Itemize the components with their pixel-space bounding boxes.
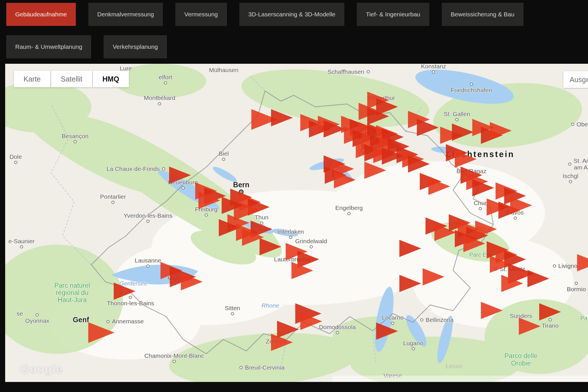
- map-marker[interactable]: [472, 179, 494, 196]
- city-dot-icon: [36, 313, 39, 316]
- map-label-st-gallen: St. Gallen: [444, 111, 470, 122]
- map-label-text: Bellinzona: [426, 316, 454, 323]
- map-marker[interactable]: [539, 303, 561, 320]
- city-dot-icon: [367, 70, 370, 73]
- map-marker[interactable]: [334, 171, 356, 188]
- city-dot-icon: [164, 81, 167, 84]
- map-label-la-chaux-de-fonds: La Chaux-de-Fonds: [107, 165, 166, 172]
- city-dot-icon: [470, 83, 473, 86]
- map-label-oyonnax: Oyonnax: [25, 312, 49, 324]
- overlay-toggle-button[interactable]: Ausge: [563, 71, 588, 88]
- city-dot-icon: [222, 158, 225, 161]
- map-marker[interactable]: [364, 162, 386, 179]
- map-label-pontarlier: Pontarlier: [100, 193, 126, 205]
- map-marker[interactable]: [463, 235, 485, 252]
- map-label-montb-liard: Montbéliard: [144, 94, 175, 106]
- tab-verkehrsplanung[interactable]: Verkehrsplanung: [104, 35, 167, 58]
- map-label-yverdon-les-bains: Yverdon-les-Bains: [123, 212, 172, 224]
- map-marker[interactable]: [88, 322, 114, 343]
- map-marker[interactable]: [510, 197, 532, 214]
- map-label-parc-naturel: Parc naturelrégional duHaut-Jura: [54, 282, 90, 304]
- map-marker[interactable]: [399, 240, 421, 257]
- city-dot-icon: [455, 118, 459, 121]
- google-logo[interactable]: Google: [20, 363, 63, 376]
- map-label-schaffhausen: Schaffhausen: [328, 68, 371, 75]
- map-marker[interactable]: [527, 270, 549, 287]
- city-dot-icon: [420, 318, 423, 321]
- map-marker[interactable]: [399, 275, 421, 292]
- map-marker[interactable]: [271, 334, 293, 351]
- map-label-konstanz: Konstanz: [421, 64, 446, 74]
- city-dot-icon: [347, 212, 351, 215]
- google-map-canvas[interactable]: KarteSatellitHMQ Ausge Google Lureelfort…: [5, 64, 588, 382]
- map-label-e-saunier: e-Saunier: [8, 238, 34, 249]
- map-marker[interactable]: [490, 122, 512, 139]
- tab-beweissicherung-bau[interactable]: Beweissicherung & Bau: [442, 3, 523, 26]
- tab-vermessung[interactable]: Vermessung: [175, 3, 227, 26]
- tab-3d-laserscanning-3d-modelle[interactable]: 3D-Laserscanning & 3D-Modelle: [239, 3, 345, 26]
- city-dot-icon: [553, 264, 556, 267]
- map-label-text: Biel: [219, 150, 229, 157]
- tab-raum-umweltplanung[interactable]: Raum- & Umweltplanung: [6, 35, 91, 58]
- map-label-text: Locarno: [382, 314, 404, 321]
- map-label-text: Sitten: [225, 305, 240, 311]
- map-label-text: Breuil-Cervinia: [245, 364, 285, 371]
- tab-tief-ingenieurbau[interactable]: Tief- & Ingenieurbau: [357, 3, 429, 26]
- map-marker[interactable]: [260, 238, 281, 255]
- map-label-bormio: Bormio: [567, 281, 586, 292]
- map-label-text: Schaffhausen: [328, 68, 364, 75]
- map-marker[interactable]: [452, 123, 474, 141]
- map-label-st-ant: St. Antam Arl: [567, 157, 588, 171]
- map-label-text: Chur: [474, 200, 487, 206]
- map-marker[interactable]: [114, 283, 136, 300]
- map-marker[interactable]: [408, 155, 430, 173]
- map-label-se: se: [17, 310, 23, 317]
- city-dot-icon: [14, 161, 17, 164]
- map-label-text: Konstanz: [421, 64, 446, 69]
- map-marker[interactable]: [519, 318, 541, 335]
- map-label-text: Lugano: [403, 340, 423, 346]
- map-marker[interactable]: [423, 268, 444, 285]
- map-marker[interactable]: [198, 192, 220, 209]
- city-dot-icon: [569, 180, 572, 183]
- map-label-genf: Genf: [73, 316, 89, 324]
- map-marker[interactable]: [376, 323, 398, 340]
- map-marker[interactable]: [300, 313, 322, 330]
- map-label-text: Parc naturelrégional duHaut-Jura: [54, 282, 90, 304]
- map-label-text: Besançon: [62, 133, 88, 139]
- map-label-pa: Pa: [581, 315, 587, 321]
- map-marker[interactable]: [417, 119, 439, 136]
- tab-denkmalvermessung[interactable]: Denkmalvermessung: [88, 3, 163, 26]
- city-dot-icon: [289, 236, 292, 239]
- map-marker[interactable]: [481, 302, 503, 319]
- map-label-bellinzona: Bellinzona: [419, 316, 454, 323]
- map-label-text: Obers: [577, 121, 588, 128]
- map-marker[interactable]: [455, 150, 477, 168]
- map-marker[interactable]: [501, 275, 523, 292]
- map-label-lausanne: Lausanne: [135, 257, 161, 268]
- map-marker[interactable]: [271, 109, 293, 126]
- tab-gebäudeaufnahme[interactable]: Gebäudeaufnahme: [6, 3, 76, 26]
- map-type-button-hmq[interactable]: HMQ: [93, 71, 129, 87]
- map-label-text: Bern: [233, 181, 249, 189]
- map-label-text: Friedrichshafen: [451, 87, 492, 93]
- map-label-parco-delle: Parco delleOrobie: [504, 352, 537, 367]
- map-label-text: Thonon-les-Bains: [107, 300, 154, 306]
- map-marker[interactable]: [428, 178, 450, 195]
- map-label-text: Genf: [73, 316, 89, 324]
- map-label-text: e-Saunier: [8, 238, 34, 244]
- map-label-chur: Chur: [474, 200, 487, 211]
- map-marker[interactable]: [577, 254, 588, 271]
- map-marker[interactable]: [291, 262, 313, 279]
- map-type-button-karte[interactable]: Karte: [14, 71, 51, 87]
- map-marker[interactable]: [181, 273, 203, 290]
- map-label-text: elfort: [159, 74, 172, 80]
- map-label-lugano: Lugano: [403, 340, 423, 351]
- map-label-domodossola: Domodossola: [319, 324, 356, 335]
- map-label-elfort: elfort: [159, 74, 172, 85]
- map-type-button-satellit[interactable]: Satellit: [51, 71, 92, 87]
- map-label-sitten: Sitten: [225, 305, 240, 316]
- map-marker[interactable]: [169, 167, 191, 184]
- map-label-text: Dole: [9, 153, 22, 160]
- city-dot-icon: [205, 213, 208, 217]
